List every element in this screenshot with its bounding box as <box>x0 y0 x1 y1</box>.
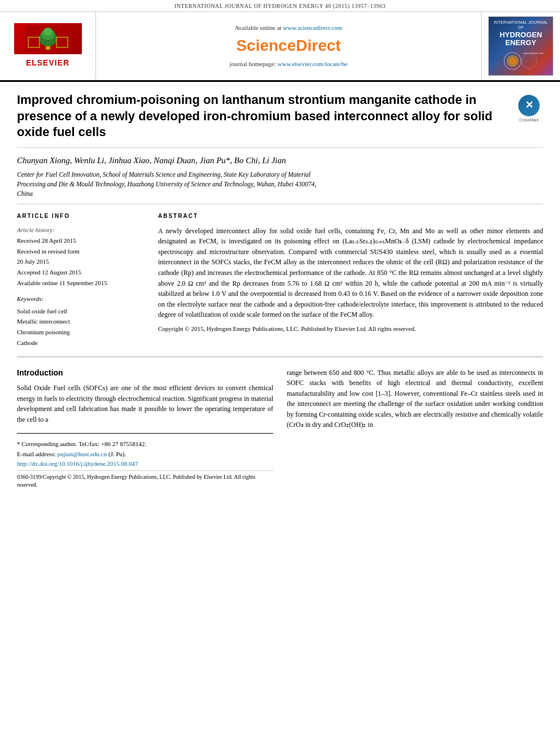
doi-link: http://dx.doi.org/10.1016/j.ijhydene.201… <box>17 460 273 468</box>
sciencedirect-logo: ScienceDirect <box>236 34 340 56</box>
article-info-title: ARTICLE INFO <box>17 212 147 220</box>
elsevier-tree-logo <box>14 23 82 54</box>
journal-homepage-link[interactable]: www.elsevier.com/locate/he <box>278 60 348 67</box>
article-title-section: Improved chromium-poisoning on lanthanum… <box>17 82 543 148</box>
abstract-title: ABSTRACT <box>158 212 543 220</box>
body-right-column: range between 650 and 800 °C. Thus metal… <box>287 368 543 492</box>
elsevier-wordmark: ELSEVIER <box>26 58 69 69</box>
main-content: Improved chromium-poisoning on lanthanum… <box>0 82 560 492</box>
keywords-section: Keywords: Solid oxide fuel cell Metallic… <box>17 295 147 348</box>
introduction-left-text: Solid Oxide Fuel cells (SOFCs) are one o… <box>17 383 273 425</box>
sciencedirect-link[interactable]: www.sciencedirect.com <box>283 24 342 31</box>
svg-point-9 <box>509 58 516 64</box>
cover-text-line1: International Journal of <box>492 20 550 30</box>
authors-list: Chunyan Xiong, Wenlu Li, Jinhua Xiao, Na… <box>17 155 543 167</box>
body-content: Introduction Solid Oxide Fuel cells (SOF… <box>17 357 543 492</box>
abstract-copyright: Copyright © 2015, Hydrogen Energy Public… <box>158 325 543 333</box>
journal-center-header: Available online at www.sciencedirect.co… <box>96 12 481 80</box>
keywords-label: Keywords: <box>17 295 147 303</box>
journal-homepage-text: journal homepage: www.elsevier.com/locat… <box>230 60 348 68</box>
crossmark-badge: ✕ CrossMark <box>515 95 543 123</box>
history-label: Article history: <box>17 226 147 234</box>
footnotes-section: * Corresponding author. Tel./fax: +86 27… <box>17 433 273 492</box>
article-info-panel: ARTICLE INFO Article history: Received 2… <box>17 212 147 348</box>
crossmark-label: CrossMark <box>519 117 539 123</box>
introduction-right-text: range between 650 and 800 °C. Thus metal… <box>287 368 543 431</box>
corresponding-author-note: * Corresponding author. Tel./fax: +86 27… <box>17 439 273 449</box>
affiliation: Center for Fuel Cell Innovation, School … <box>17 170 543 199</box>
article-history: Article history: Received 28 April 2015 … <box>17 226 147 289</box>
article-title-container: Improved chromium-poisoning on lanthanum… <box>17 92 506 141</box>
svg-point-10 <box>522 53 537 68</box>
cover-title: HYDROGENENERGY <box>500 31 542 47</box>
info-abstract-section: ARTICLE INFO Article history: Received 2… <box>17 204 543 357</box>
svg-point-4 <box>43 28 53 36</box>
received-date-1: Received 28 April 2015 Received in revis… <box>17 235 147 288</box>
introduction-title: Introduction <box>17 368 273 379</box>
journal-cover-image: International Journal of HYDROGENENERGY … <box>481 12 560 80</box>
email-note: E-mail address: pujian@hust.edu.cn (J. P… <box>17 449 273 460</box>
abstract-body: A newly developed interconnect alloy for… <box>158 226 543 320</box>
doi-anchor[interactable]: http://dx.doi.org/10.1016/j.ijhydene.201… <box>17 460 138 467</box>
svg-text:www.elsevier.com: www.elsevier.com <box>523 52 543 55</box>
journal-header: ELSEVIER Available online at www.science… <box>0 12 560 82</box>
abstract-panel: ABSTRACT A newly developed interconnect … <box>158 212 543 348</box>
crossmark-logo: ✕ <box>518 95 540 116</box>
article-title: Improved chromium-poisoning on lanthanum… <box>17 92 506 141</box>
authors-section: Chunyan Xiong, Wenlu Li, Jinhua Xiao, Na… <box>17 148 543 204</box>
journal-citation: INTERNATIONAL JOURNAL OF HYDROGEN ENERGY… <box>174 3 386 9</box>
elsevier-logo-block: ELSEVIER <box>0 12 96 80</box>
keyword-2: Metallic interconnect <box>17 316 147 327</box>
hydrogen-energy-cover: International Journal of HYDROGENENERGY … <box>488 16 553 76</box>
keyword-1: Solid oxide fuel cell <box>17 306 147 317</box>
body-left-column: Introduction Solid Oxide Fuel cells (SOF… <box>17 368 273 492</box>
issn-copyright: 0360-3199/Copyright © 2015, Hydrogen Ene… <box>17 470 273 489</box>
available-online-text: Available online at www.sciencedirect.co… <box>235 24 343 32</box>
journal-banner: INTERNATIONAL JOURNAL OF HYDROGEN ENERGY… <box>0 0 560 12</box>
keyword-3: Chromium poisoning <box>17 327 147 338</box>
email-link[interactable]: pujian@hust.edu.cn <box>57 451 107 457</box>
keyword-4: Cathode <box>17 338 147 348</box>
